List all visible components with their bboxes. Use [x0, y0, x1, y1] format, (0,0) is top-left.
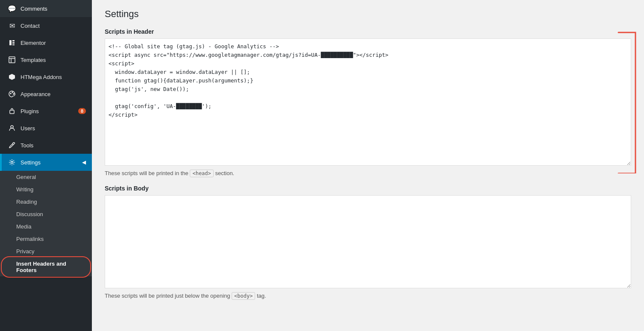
svg-rect-0 — [9, 40, 12, 45]
sidebar-item-label: HTMega Addons — [21, 74, 86, 80]
submenu-privacy[interactable]: Privacy — [0, 245, 92, 258]
appearance-icon — [8, 90, 16, 98]
sidebar-item-label: Users — [21, 125, 86, 132]
elementor-icon — [8, 38, 16, 47]
submenu-general[interactable]: General — [0, 171, 92, 183]
sidebar-item-templates[interactable]: Templates — [0, 51, 92, 68]
body-tag: <body> — [232, 292, 255, 300]
main-content: Settings Scripts in Header <!-- Global s… — [92, 0, 644, 331]
contact-icon: ✉ — [8, 21, 16, 30]
svg-point-10 — [13, 94, 14, 94]
comments-icon: 💬 — [8, 4, 16, 13]
svg-rect-2 — [12, 42, 15, 44]
svg-rect-3 — [12, 44, 15, 45]
sidebar-item-label: Settings — [21, 159, 78, 166]
svg-rect-11 — [10, 110, 14, 114]
svg-point-9 — [12, 92, 13, 93]
sidebar-item-elementor[interactable]: Elementor — [0, 34, 92, 51]
tools-icon — [8, 141, 16, 149]
settings-arrow: ◀ — [82, 159, 86, 165]
submenu-reading[interactable]: Reading — [0, 196, 92, 208]
sidebar-item-tools[interactable]: Tools — [0, 137, 92, 154]
sidebar-item-label: Elementor — [21, 40, 86, 46]
settings-submenu: General Writing Reading Discussion Media… — [0, 171, 92, 276]
submenu-writing[interactable]: Writing — [0, 183, 92, 196]
sidebar-item-label: Templates — [21, 57, 86, 63]
sidebar-item-appearance[interactable]: Appearance — [0, 85, 92, 103]
sidebar-item-comments[interactable]: 💬 Comments — [0, 0, 92, 17]
htmega-icon — [8, 73, 16, 81]
scripts-header-helper: These scripts will be printed in the <he… — [105, 170, 631, 176]
submenu-media[interactable]: Media — [0, 220, 92, 233]
sidebar-item-htmega[interactable]: HTMega Addons — [0, 68, 92, 85]
svg-marker-7 — [9, 74, 15, 80]
templates-icon — [8, 56, 16, 64]
sidebar-item-plugins[interactable]: Plugins 8 — [0, 103, 92, 120]
scripts-header-section: Scripts in Header <!-- Global site tag (… — [105, 28, 631, 167]
submenu-discussion[interactable]: Discussion — [0, 208, 92, 220]
page-title: Settings — [105, 9, 631, 20]
svg-point-12 — [11, 126, 13, 128]
submenu-insert-headers[interactable]: Insert Headers and Footers — [0, 258, 92, 276]
scripts-body-section: Scripts in Body — [105, 185, 631, 290]
svg-point-13 — [11, 161, 13, 164]
scripts-body-textarea[interactable] — [105, 195, 631, 288]
scripts-header-textarea[interactable]: <!-- Global site tag (gtag.js) - Google … — [105, 38, 631, 166]
sidebar: 💬 Comments ✉ Contact Elementor Templates… — [0, 0, 92, 331]
sidebar-item-label: Plugins — [21, 108, 74, 114]
sidebar-item-users[interactable]: Users — [0, 120, 92, 137]
plugins-badge: 8 — [78, 108, 86, 114]
sidebar-item-contact[interactable]: ✉ Contact — [0, 17, 92, 34]
scripts-body-label: Scripts in Body — [105, 185, 631, 192]
svg-rect-4 — [9, 57, 15, 63]
sidebar-item-label: Appearance — [21, 91, 86, 97]
head-tag: <head> — [190, 170, 213, 177]
settings-icon — [8, 158, 16, 167]
scripts-body-helper: These scripts will be printed just below… — [105, 293, 631, 299]
svg-point-8 — [10, 93, 11, 94]
sidebar-item-label: Tools — [21, 142, 86, 149]
sidebar-item-settings[interactable]: Settings ◀ — [0, 154, 92, 171]
scripts-header-label: Scripts in Header — [105, 28, 631, 35]
sidebar-item-label: Comments — [21, 6, 86, 12]
users-icon — [8, 124, 16, 132]
plugins-icon — [8, 107, 16, 115]
submenu-permalinks[interactable]: Permalinks — [0, 233, 92, 245]
sidebar-item-label: Contact — [21, 23, 86, 29]
svg-rect-1 — [12, 40, 15, 41]
